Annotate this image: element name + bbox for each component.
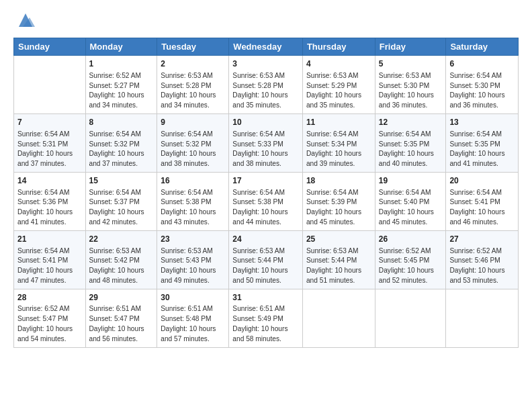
calendar-cell: 25Sunrise: 6:53 AM Sunset: 5:44 PM Dayli… [302,230,375,289]
cell-content: Sunrise: 6:54 AM Sunset: 5:38 PM Dayligh… [161,188,225,228]
cell-content: Sunrise: 6:54 AM Sunset: 5:35 PM Dayligh… [449,130,515,169]
calendar-cell: 16Sunrise: 6:54 AM Sunset: 5:38 PM Dayli… [157,172,229,230]
calendar-cell: 24Sunrise: 6:53 AM Sunset: 5:44 PM Dayli… [229,230,303,289]
cell-content: Sunrise: 6:53 AM Sunset: 5:30 PM Dayligh… [379,71,443,111]
calendar-cell [14,56,86,114]
calendar-cell: 28Sunrise: 6:52 AM Sunset: 5:47 PM Dayli… [14,289,86,347]
calendar-cell: 6Sunrise: 6:54 AM Sunset: 5:30 PM Daylig… [446,56,519,114]
day-number: 27 [449,234,515,245]
cell-content: Sunrise: 6:52 AM Sunset: 5:27 PM Dayligh… [89,71,154,111]
cell-content: Sunrise: 6:54 AM Sunset: 5:32 PM Dayligh… [161,130,225,169]
day-number: 8 [89,117,154,128]
day-number: 9 [161,117,225,128]
day-number: 26 [379,234,443,245]
calendar-cell: 4Sunrise: 6:53 AM Sunset: 5:29 PM Daylig… [302,56,375,114]
cell-content: Sunrise: 6:54 AM Sunset: 5:40 PM Dayligh… [379,188,443,228]
day-number: 5 [379,58,443,70]
day-number: 6 [449,58,515,70]
calendar-cell: 20Sunrise: 6:54 AM Sunset: 5:41 PM Dayli… [446,172,519,230]
day-number: 16 [161,175,225,187]
cell-content: Sunrise: 6:54 AM Sunset: 5:38 PM Dayligh… [232,188,299,228]
cell-content: Sunrise: 6:54 AM Sunset: 5:34 PM Dayligh… [306,130,371,169]
day-number: 7 [17,117,82,128]
day-number: 29 [89,292,154,304]
week-row-1: 1Sunrise: 6:52 AM Sunset: 5:27 PM Daylig… [14,56,519,114]
calendar-cell [375,289,446,347]
cell-content: Sunrise: 6:52 AM Sunset: 5:46 PM Dayligh… [449,246,515,286]
day-number: 10 [232,117,299,128]
day-number: 18 [306,175,371,187]
day-number: 13 [449,117,515,128]
column-header-wednesday: Wednesday [229,38,303,56]
day-number: 19 [379,175,443,187]
day-number: 17 [232,175,299,187]
header [13,11,519,30]
cell-content: Sunrise: 6:54 AM Sunset: 5:31 PM Dayligh… [17,130,82,169]
calendar-cell: 13Sunrise: 6:54 AM Sunset: 5:35 PM Dayli… [446,113,519,172]
calendar-cell: 10Sunrise: 6:54 AM Sunset: 5:33 PM Dayli… [229,113,303,172]
cell-content: Sunrise: 6:53 AM Sunset: 5:28 PM Dayligh… [232,71,299,111]
calendar-cell: 9Sunrise: 6:54 AM Sunset: 5:32 PM Daylig… [157,113,229,172]
cell-content: Sunrise: 6:53 AM Sunset: 5:42 PM Dayligh… [89,246,154,286]
column-header-saturday: Saturday [446,38,519,56]
day-number: 21 [17,234,82,245]
calendar-cell: 19Sunrise: 6:54 AM Sunset: 5:40 PM Dayli… [375,172,446,230]
calendar-cell: 2Sunrise: 6:53 AM Sunset: 5:28 PM Daylig… [157,56,229,114]
cell-content: Sunrise: 6:54 AM Sunset: 5:30 PM Dayligh… [449,71,515,111]
cell-content: Sunrise: 6:53 AM Sunset: 5:43 PM Dayligh… [161,246,225,286]
day-number: 30 [161,292,225,304]
cell-content: Sunrise: 6:53 AM Sunset: 5:44 PM Dayligh… [306,246,371,286]
calendar-cell: 1Sunrise: 6:52 AM Sunset: 5:27 PM Daylig… [85,56,157,114]
day-number: 22 [89,234,154,245]
page: SundayMondayTuesdayWednesdayThursdayFrid… [0,0,532,355]
cell-content: Sunrise: 6:54 AM Sunset: 5:36 PM Dayligh… [17,188,82,228]
calendar-cell: 3Sunrise: 6:53 AM Sunset: 5:28 PM Daylig… [229,56,303,114]
cell-content: Sunrise: 6:54 AM Sunset: 5:39 PM Dayligh… [306,188,371,228]
cell-content: Sunrise: 6:54 AM Sunset: 5:32 PM Dayligh… [89,130,154,169]
logo [13,11,35,30]
column-header-monday: Monday [85,38,157,56]
cell-content: Sunrise: 6:53 AM Sunset: 5:28 PM Dayligh… [161,71,225,111]
week-row-4: 21Sunrise: 6:54 AM Sunset: 5:41 PM Dayli… [14,230,519,289]
week-row-3: 14Sunrise: 6:54 AM Sunset: 5:36 PM Dayli… [14,172,519,230]
cell-content: Sunrise: 6:53 AM Sunset: 5:29 PM Dayligh… [306,71,371,111]
day-number: 15 [89,175,154,187]
cell-content: Sunrise: 6:53 AM Sunset: 5:44 PM Dayligh… [232,246,299,286]
calendar-cell: 8Sunrise: 6:54 AM Sunset: 5:32 PM Daylig… [85,113,157,172]
cell-content: Sunrise: 6:54 AM Sunset: 5:37 PM Dayligh… [89,188,154,228]
header-row: SundayMondayTuesdayWednesdayThursdayFrid… [14,38,519,56]
day-number: 1 [89,58,154,70]
calendar-cell: 7Sunrise: 6:54 AM Sunset: 5:31 PM Daylig… [14,113,86,172]
calendar-cell: 17Sunrise: 6:54 AM Sunset: 5:38 PM Dayli… [229,172,303,230]
calendar-cell: 30Sunrise: 6:51 AM Sunset: 5:48 PM Dayli… [157,289,229,347]
calendar-cell [446,289,519,347]
cell-content: Sunrise: 6:54 AM Sunset: 5:35 PM Dayligh… [379,130,443,169]
calendar-cell: 14Sunrise: 6:54 AM Sunset: 5:36 PM Dayli… [14,172,86,230]
calendar-cell: 26Sunrise: 6:52 AM Sunset: 5:45 PM Dayli… [375,230,446,289]
day-number: 12 [379,117,443,128]
column-header-friday: Friday [375,38,446,56]
day-number: 2 [161,58,225,70]
day-number: 25 [306,234,371,245]
calendar-cell: 31Sunrise: 6:51 AM Sunset: 5:49 PM Dayli… [229,289,303,347]
calendar-cell: 29Sunrise: 6:51 AM Sunset: 5:47 PM Dayli… [85,289,157,347]
column-header-tuesday: Tuesday [157,38,229,56]
calendar-table: SundayMondayTuesdayWednesdayThursdayFrid… [13,38,519,348]
calendar-cell: 18Sunrise: 6:54 AM Sunset: 5:39 PM Dayli… [302,172,375,230]
cell-content: Sunrise: 6:54 AM Sunset: 5:41 PM Dayligh… [449,188,515,228]
cell-content: Sunrise: 6:51 AM Sunset: 5:47 PM Dayligh… [89,304,154,344]
calendar-cell: 11Sunrise: 6:54 AM Sunset: 5:34 PM Dayli… [302,113,375,172]
cell-content: Sunrise: 6:51 AM Sunset: 5:49 PM Dayligh… [232,304,299,344]
cell-content: Sunrise: 6:54 AM Sunset: 5:41 PM Dayligh… [17,246,82,286]
week-row-5: 28Sunrise: 6:52 AM Sunset: 5:47 PM Dayli… [14,289,519,347]
day-number: 14 [17,175,82,187]
day-number: 11 [306,117,371,128]
day-number: 31 [232,292,299,304]
day-number: 28 [17,292,82,304]
day-number: 23 [161,234,225,245]
logo-icon [16,11,35,30]
day-number: 4 [306,58,371,70]
calendar-cell: 5Sunrise: 6:53 AM Sunset: 5:30 PM Daylig… [375,56,446,114]
cell-content: Sunrise: 6:54 AM Sunset: 5:33 PM Dayligh… [232,130,299,169]
calendar-cell: 15Sunrise: 6:54 AM Sunset: 5:37 PM Dayli… [85,172,157,230]
